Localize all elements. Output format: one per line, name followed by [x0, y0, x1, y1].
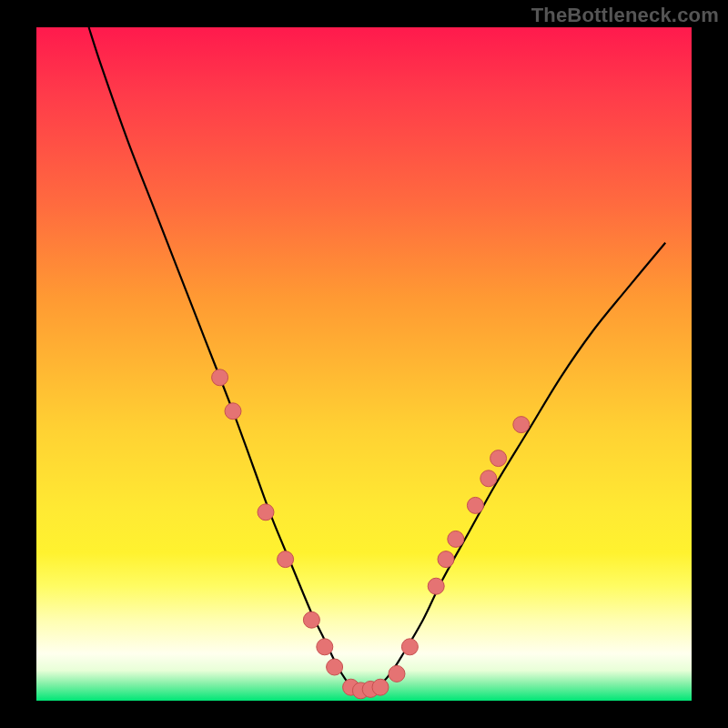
marker-dot: [428, 578, 444, 594]
marker-dot: [389, 665, 405, 682]
marker-dot: [467, 497, 483, 513]
chart-frame: TheBottleneck.com: [0, 0, 728, 728]
marker-dot: [258, 504, 274, 521]
marker-dot: [490, 450, 507, 467]
marker-dot: [438, 551, 454, 568]
marker-dot: [513, 417, 530, 433]
chart-svg: [36, 27, 692, 701]
marker-dot: [480, 470, 497, 487]
marker-dot: [278, 551, 294, 568]
watermark-text: TheBottleneck.com: [531, 4, 719, 27]
chart-plot-area: [36, 27, 692, 701]
marker-dot: [225, 403, 241, 420]
bottleneck-curve: [89, 27, 666, 691]
marker-group: [212, 369, 530, 699]
marker-dot: [401, 639, 418, 655]
marker-dot: [327, 659, 343, 675]
marker-dot: [317, 639, 333, 655]
marker-dot: [448, 531, 464, 547]
marker-dot: [372, 679, 389, 695]
marker-dot: [212, 369, 228, 386]
marker-dot: [303, 612, 319, 628]
